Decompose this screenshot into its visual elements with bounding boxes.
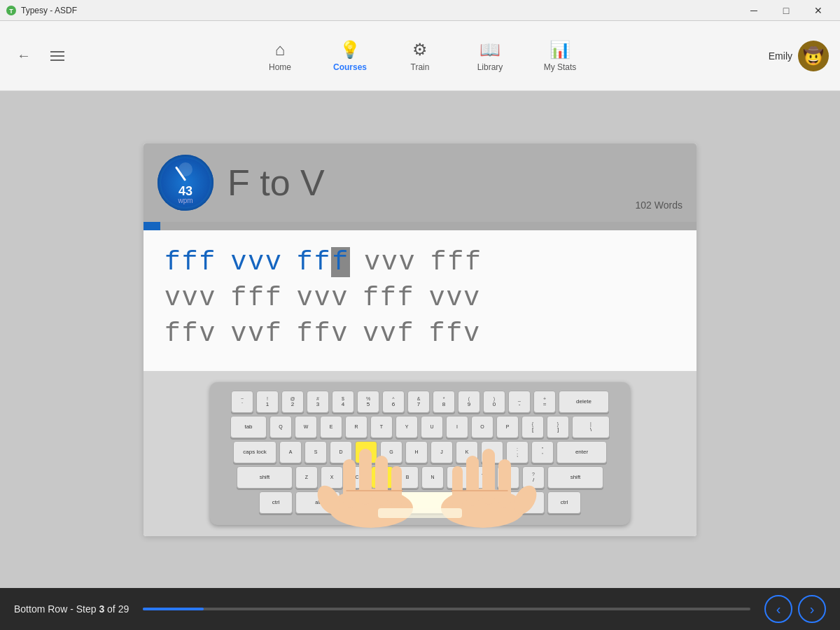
key-d: D xyxy=(330,441,352,463)
nav-home[interactable]: ⌂ Home xyxy=(259,40,301,72)
menu-icon-line2 xyxy=(50,55,64,57)
key-quote: "' xyxy=(531,441,554,463)
word-2-1: vvv xyxy=(164,283,216,313)
window-controls: ─ □ ✕ xyxy=(738,0,834,21)
nav-train-label: Train xyxy=(411,62,430,72)
main-content: 43 wpm F to V 102 Words fff vvv fff vvv … xyxy=(0,91,840,588)
key-ctrl-right: ctrl xyxy=(547,491,581,514)
maximize-button[interactable]: □ xyxy=(770,0,802,21)
key-tilde: ~` xyxy=(231,391,253,413)
nav-right: Emily 🤠 xyxy=(769,41,829,71)
word-1-5: fff xyxy=(430,247,482,277)
menu-button[interactable] xyxy=(45,43,70,69)
lesson-card: 43 wpm F to V 102 Words fff vvv fff vvv … xyxy=(144,144,696,536)
key-t: T xyxy=(370,416,393,438)
progress-bar-area xyxy=(144,222,696,230)
word-2-2: fff xyxy=(230,283,282,313)
key-c: C xyxy=(346,466,368,489)
key-k: K xyxy=(456,441,478,463)
menu-icon-line3 xyxy=(50,59,64,61)
word-1-4: vvv xyxy=(364,247,416,277)
keyboard: ~` !1 @2 #3 $4 %5 ^6 &7 *8 (9 )0 _- += d… xyxy=(210,382,630,525)
word-3-2: vvf xyxy=(230,318,282,349)
key-3: #3 xyxy=(307,391,329,413)
key-a: A xyxy=(279,441,302,463)
key-delete: delete xyxy=(559,391,609,413)
key-row-1: ~` !1 @2 #3 $4 %5 ^6 &7 *8 (9 )0 _- += d… xyxy=(218,391,622,413)
key-row-3: caps lock A S D F G H J K L :; "' enter xyxy=(218,441,622,463)
avatar[interactable]: 🤠 xyxy=(798,41,829,71)
close-button[interactable]: ✕ xyxy=(802,0,834,21)
word-1-3: fff xyxy=(297,247,350,277)
prev-button[interactable]: ‹ xyxy=(764,595,792,623)
typing-line-2: vvv fff vvv fff vvv xyxy=(164,283,676,313)
key-n: N xyxy=(421,466,444,489)
svg-text:T: T xyxy=(9,8,13,15)
typing-line-1: fff vvv fff vvv fff xyxy=(164,247,676,277)
typing-area[interactable]: fff vvv fff vvv fff vvv fff vvv fff vvv … xyxy=(144,230,696,371)
key-row-4: shift Z X C V B N M <, >. ?/ shift xyxy=(218,466,622,489)
step-info: Bottom Row - Step 3 of 29 xyxy=(14,603,129,615)
speedometer-ring: 43 wpm xyxy=(158,155,214,211)
key-l: L xyxy=(481,441,503,463)
key-rbracket: }] xyxy=(547,416,569,438)
key-4: $4 xyxy=(332,391,354,413)
key-b: B xyxy=(396,466,419,489)
key-row-2: tab Q W E R T Y U I O P {[ }] |\ xyxy=(218,416,622,438)
key-alt-right: alt xyxy=(500,491,545,514)
key-shift-left: shift xyxy=(237,466,293,489)
back-button[interactable]: ← xyxy=(11,43,36,69)
wpm-value: 43 xyxy=(178,185,192,197)
nav-mystats-label: My Stats xyxy=(544,62,577,72)
wpm-label: wpm xyxy=(178,197,192,204)
bottom-bar: Bottom Row - Step 3 of 29 ‹ › xyxy=(0,588,840,630)
word-1-2: vvv xyxy=(230,247,282,277)
app-logo-icon: T xyxy=(6,5,17,16)
key-tab: tab xyxy=(230,416,267,438)
nav-train[interactable]: ⚙ Train xyxy=(399,40,441,72)
key-shift-right: shift xyxy=(547,466,603,489)
keyboard-area: ~` !1 @2 #3 $4 %5 ^6 &7 *8 (9 )0 _- += d… xyxy=(144,371,696,536)
speedometer-center xyxy=(178,162,192,176)
step-current: 3 xyxy=(99,603,104,615)
next-button[interactable]: › xyxy=(798,595,826,623)
minimize-button[interactable]: ─ xyxy=(738,0,770,21)
key-equals: += xyxy=(533,391,556,413)
key-f: F xyxy=(355,441,377,463)
key-v: V xyxy=(371,466,393,489)
key-comma: <, xyxy=(472,466,494,489)
key-u: U xyxy=(421,416,443,438)
mystats-icon: 📊 xyxy=(550,40,570,59)
key-row-5: ctrl alt alt ctrl xyxy=(218,491,622,514)
key-1: !1 xyxy=(256,391,279,413)
nav-home-label: Home xyxy=(269,62,291,72)
key-s: S xyxy=(304,441,327,463)
word-3-1: ffv xyxy=(164,318,216,349)
key-5: %5 xyxy=(357,391,379,413)
key-h: H xyxy=(405,441,428,463)
key-q: Q xyxy=(270,416,292,438)
key-j: J xyxy=(430,441,453,463)
key-space xyxy=(343,491,497,514)
key-period: >. xyxy=(497,466,519,489)
menu-icon-line1 xyxy=(50,51,64,52)
nav-left: ← xyxy=(11,43,70,69)
key-enter: enter xyxy=(556,441,607,463)
courses-icon: 💡 xyxy=(340,40,360,59)
key-z: Z xyxy=(295,466,318,489)
nav-library[interactable]: 📖 Library xyxy=(469,40,511,72)
step-of: of xyxy=(107,603,118,615)
word-3-3: ffv xyxy=(297,318,349,349)
word-1-1: fff xyxy=(164,247,216,277)
key-w: W xyxy=(295,416,317,438)
nav-arrows: ‹ › xyxy=(764,595,826,623)
key-x: X xyxy=(321,466,343,489)
window-title: Typesy - ASDF xyxy=(21,6,77,15)
progress-bar-fill xyxy=(144,222,160,230)
nav-courses[interactable]: 💡 Courses xyxy=(329,40,371,72)
title-bar-left: T Typesy - ASDF xyxy=(6,5,77,16)
nav-mystats[interactable]: 📊 My Stats xyxy=(539,40,581,72)
key-9: (9 xyxy=(458,391,480,413)
train-icon: ⚙ xyxy=(412,40,428,59)
lesson-header: 43 wpm F to V 102 Words xyxy=(144,144,696,222)
